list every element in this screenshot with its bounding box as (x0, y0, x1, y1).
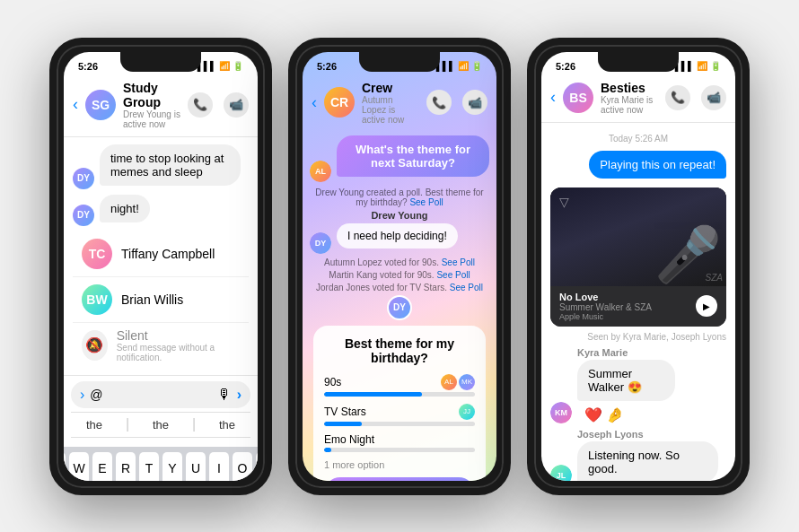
see-poll-link-2[interactable]: See Poll (442, 257, 475, 267)
kyra-msg-row: KM Summer Walker 😍 ❤️ 🤌 (550, 360, 726, 423)
side-button-power[interactable] (270, 161, 272, 220)
poll-bar-emonight-bg (324, 448, 475, 452)
battery-icon-3: 🔋 (710, 61, 721, 71)
kb-q[interactable]: Q (64, 452, 66, 481)
side-button-vol-up-2[interactable] (288, 160, 290, 196)
kb-r[interactable]: R (116, 452, 136, 481)
phone2-frame: 5:26 ▌▌▌ 📶 🔋 ‹ CR Crew Autumn Lopez is a… (288, 38, 511, 495)
phone-call-icon-1[interactable]: 📞 (188, 92, 213, 118)
back-button-1[interactable]: ‹ (73, 95, 78, 114)
kyra-bubble: Summer Walker 😍 (577, 360, 675, 401)
chat-header-2: ‹ CR Crew Autumn Lopez is active now 📞 📹 (303, 77, 496, 132)
see-poll-link-3[interactable]: See Poll (436, 270, 470, 280)
time-divider-3: Today 5:26 AM (550, 134, 726, 144)
kb-p[interactable]: P (256, 452, 258, 481)
status-icons-3: ▌▌▌ 📶 🔋 (675, 61, 721, 71)
album-watermark: SZA (706, 273, 723, 283)
kyra-reaction: ❤️ 🤌 (584, 406, 699, 423)
side-button-mute-3[interactable] (527, 126, 529, 151)
phone-call-icon-2[interactable]: 📞 (426, 90, 452, 115)
besties-avatar-img: BS (563, 83, 593, 113)
phone2-screen: 5:26 ▌▌▌ 📶 🔋 ‹ CR Crew Autumn Lopez is a… (303, 52, 496, 481)
down-arrow-icon: ▽ (559, 195, 569, 209)
poll-bar-90s-bg (324, 392, 475, 397)
music-card[interactable]: ▽ 🎤 SZA No Love Summer Walker & SZA Appl… (550, 188, 726, 327)
see-poll-link-1[interactable]: See Poll (409, 197, 443, 207)
poll-avatars-tvstars: JJ (459, 404, 475, 420)
poll-avatars-90s: AL MK (441, 374, 475, 390)
video-call-icon-3[interactable]: 📹 (701, 85, 726, 110)
kb-e[interactable]: E (92, 452, 112, 481)
play-button[interactable]: ▶ (696, 295, 717, 317)
side-button-vol-up[interactable] (49, 160, 51, 196)
music-source: Apple Music (559, 312, 652, 321)
side-button-vol-down-2[interactable] (288, 205, 290, 240)
poll-label-emonight: Emo Night (324, 433, 374, 446)
music-info-row: No Love Summer Walker & SZA Apple Music … (550, 286, 726, 327)
autocomplete-bar-1: the | the | the (71, 412, 250, 438)
video-call-icon-2[interactable]: 📹 (462, 90, 487, 115)
music-title: No Love (559, 292, 652, 302)
header-info-3: Besties Kyra Marie is active now (601, 81, 658, 115)
crew-name: Crew (362, 81, 419, 95)
mic-icon-1[interactable]: 🎙 (217, 387, 232, 403)
autocomplete-word-2[interactable]: the (145, 416, 176, 433)
back-button-3[interactable]: ‹ (550, 88, 556, 107)
kb-y[interactable]: Y (162, 452, 182, 481)
side-button-vol-down[interactable] (49, 205, 51, 240)
kb-o[interactable]: O (233, 452, 252, 481)
autocomplete-word-3[interactable]: the (212, 416, 242, 433)
poll-bar-tvstars-fill (324, 422, 362, 426)
see-poll-link-4[interactable]: See Poll (450, 283, 483, 292)
autocomplete-word-1[interactable]: the (79, 416, 110, 433)
crew-avatar-img: CR (324, 87, 355, 118)
poll-card: Best theme for my birthday? 90s AL MK (313, 326, 486, 481)
phone3-frame: 5:26 ▌▌▌ 📶 🔋 ‹ BS Besties Kyra Marie is … (527, 38, 750, 495)
back-button-2[interactable]: ‹ (312, 93, 317, 112)
side-button-mute-2[interactable] (288, 126, 290, 151)
vote-button[interactable]: Vote (324, 477, 475, 481)
message-input-1[interactable]: @ (90, 388, 211, 402)
silent-label: Silent (117, 328, 240, 343)
kb-t[interactable]: T (139, 452, 159, 481)
silent-info: Silent Send message without a notificati… (117, 328, 240, 362)
kb-i[interactable]: I (209, 452, 229, 481)
silent-icon: 🔕 (82, 330, 108, 361)
drew-bubble: I need help deciding! (337, 223, 458, 249)
crew-sender-name: Drew Young (310, 210, 489, 221)
side-button-mute[interactable] (49, 126, 51, 151)
contact-item-tiffany[interactable]: TC Tiffany Campbell (73, 231, 249, 277)
status-icons-2: ▌▌▌ 📶 🔋 (436, 61, 482, 71)
silent-item[interactable]: 🔕 Silent Send message without a notifica… (73, 323, 249, 368)
tiffany-avatar-img: TC (82, 239, 112, 269)
joseph-bubble: Listening now. So good. (577, 441, 718, 481)
group-avatar-img-1: SG (85, 90, 116, 120)
side-button-vol-down-3[interactable] (527, 205, 529, 240)
input-area-1: › @ 🎙 › the | the | the (64, 375, 258, 447)
side-button-power-3[interactable] (748, 161, 750, 220)
expand-icon-1[interactable]: › (80, 387, 84, 403)
kyra-msg-content: Summer Walker 😍 ❤️ 🤌 (577, 360, 699, 423)
phone1: 5:26 ▌▌▌ 📶 🔋 ‹ SG Study Group Drew Young… (49, 38, 272, 495)
kyra-avatar-img: KM (550, 402, 572, 423)
chat-header-3: ‹ BS Besties Kyra Marie is active now 📞 … (541, 77, 735, 123)
poll-label-90s: 90s (324, 376, 341, 388)
poll-bar-tvstars-bg (324, 422, 475, 426)
crew-messages-area: AL What's the theme for next Saturday? D… (303, 132, 496, 481)
send-icon-1[interactable]: › (237, 387, 241, 403)
sender-avatar-img-2: DY (73, 205, 94, 226)
phone3-screen: 5:26 ▌▌▌ 📶 🔋 ‹ BS Besties Kyra Marie is … (541, 52, 735, 481)
phone-call-icon-3[interactable]: 📞 (665, 85, 690, 110)
message-row-2: DY night! (73, 195, 249, 226)
sender-avatar-1: DY (73, 168, 94, 189)
header-actions-1: 📞 📹 (188, 92, 249, 118)
kb-u[interactable]: U (186, 452, 206, 481)
drew-avatar-float: DY (310, 295, 489, 320)
poll-voter-1: AL (441, 374, 457, 390)
crew-event-2: Autumn Lopez voted for 90s. See Poll (310, 257, 489, 267)
kb-w[interactable]: W (69, 452, 89, 481)
contact-item-brian[interactable]: BW Brian Willis (73, 277, 249, 323)
side-button-vol-up-3[interactable] (527, 160, 529, 196)
video-call-icon-1[interactable]: 📹 (224, 92, 249, 118)
side-button-power-2[interactable] (509, 161, 511, 220)
